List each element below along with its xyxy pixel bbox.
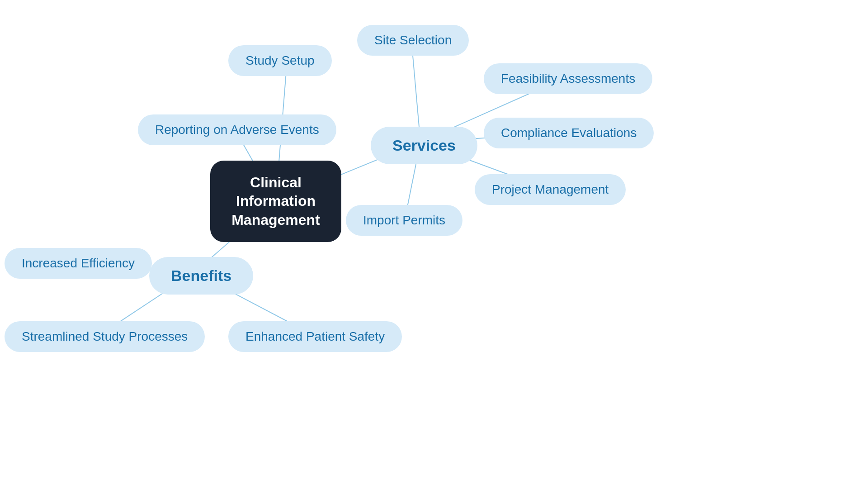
benefits-node: Benefits bbox=[149, 257, 253, 295]
site-selection-node: Site Selection bbox=[357, 25, 469, 56]
reporting-adverse-node: Reporting on Adverse Events bbox=[138, 114, 336, 145]
feasibility-label: Feasibility Assessments bbox=[484, 63, 652, 94]
import-permits-node: Import Permits bbox=[346, 205, 462, 236]
site-selection-label: Site Selection bbox=[357, 25, 469, 56]
streamlined-study-node: Streamlined Study Processes bbox=[5, 321, 205, 352]
project-mgmt-node: Project Management bbox=[475, 174, 626, 205]
study-setup-label: Study Setup bbox=[228, 45, 332, 76]
benefits-label: Benefits bbox=[149, 257, 253, 295]
compliance-label: Compliance Evaluations bbox=[484, 118, 654, 148]
reporting-adverse-label: Reporting on Adverse Events bbox=[138, 114, 336, 145]
services-label: Services bbox=[371, 127, 477, 164]
compliance-node: Compliance Evaluations bbox=[484, 118, 654, 148]
services-node: Services bbox=[371, 127, 477, 164]
increased-efficiency-node: Increased Efficiency bbox=[5, 248, 152, 279]
center-node: Clinical Information Management bbox=[210, 174, 341, 228]
project-mgmt-label: Project Management bbox=[475, 174, 626, 205]
enhanced-patient-label: Enhanced Patient Safety bbox=[228, 321, 402, 352]
feasibility-node: Feasibility Assessments bbox=[484, 63, 652, 94]
study-setup-node: Study Setup bbox=[228, 45, 332, 76]
center-label: Clinical Information Management bbox=[210, 161, 341, 243]
increased-efficiency-label: Increased Efficiency bbox=[5, 248, 152, 279]
import-permits-label: Import Permits bbox=[346, 205, 462, 236]
enhanced-patient-node: Enhanced Patient Safety bbox=[228, 321, 402, 352]
streamlined-study-label: Streamlined Study Processes bbox=[5, 321, 205, 352]
